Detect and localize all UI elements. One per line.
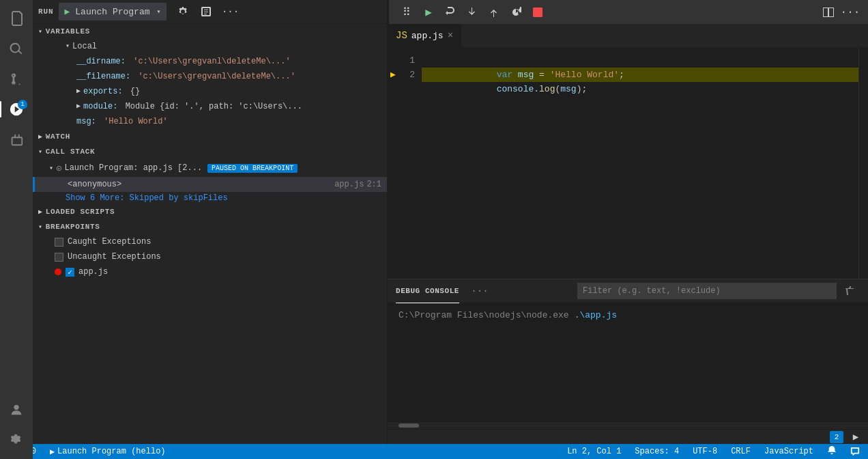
tab-js-icon: JS [396,30,407,41]
breakpoints-chevron: ▾ [38,223,43,231]
chevron-down-icon: ▾ [157,8,161,16]
vertical-scrollbar[interactable] [858,48,868,279]
bp-appjs[interactable]: ✓ app.js [33,264,387,279]
status-feedback[interactable] [848,447,863,456]
watch-header[interactable]: ▶ WATCH [33,129,387,144]
var-exports[interactable]: ▶ exports: {} [33,84,387,99]
session-chevron: ▾ [49,164,53,172]
svg-rect-1 [533,8,542,17]
status-cursor[interactable]: Ln 2, Col 1 [564,447,624,456]
watch-section: ▶ WATCH [33,129,387,144]
source-control-icon[interactable] [3,66,30,93]
status-notifications[interactable] [824,445,839,458]
line-number-1: 1 [388,53,422,68]
open-launch-button[interactable] [197,2,216,21]
editor-container: JS app.js × 1 ▶ 2 v [388,0,868,444]
var-filename[interactable]: __filename: 'c:\Users\gregvanl\deleteMe\… [33,69,387,84]
step-into-button[interactable] [463,3,482,22]
loaded-scripts-header[interactable]: ▶ LOADED SCRIPTS [33,204,387,219]
callstack-frame-anonymous[interactable]: <anonymous> app.js 2:1 [33,177,387,192]
console-scroll-thumb[interactable] [399,423,419,428]
sidebar: RUN ▶ Launch Program ▾ ··· ▾ VARIAB [33,0,388,444]
console-scrollbar[interactable] [388,422,868,429]
console-filter-input[interactable] [577,283,837,299]
var-module[interactable]: ▶ module: Module {id: '.', path: 'c:\Use… [33,99,387,114]
launch-icon: ▶ [50,447,55,457]
search-icon[interactable] [3,36,30,63]
exports-chevron: ▶ [76,85,81,98]
tab-close-button[interactable]: × [448,30,453,41]
status-language[interactable]: JavaScript [762,447,816,456]
settings-gear-button[interactable] [172,2,191,21]
bottom-actions [577,281,860,301]
clear-console-button[interactable] [841,281,860,301]
console-path: C:\Program Files\nodejs\node.exe [399,309,569,322]
play-icon: ▶ [64,6,70,17]
frame-location: 2:1 [366,180,381,189]
callstack-session[interactable]: ▾ ⊙ Launch Program: app.js [2... PAUSED … [33,159,387,177]
status-encoding[interactable]: UTF-8 [690,447,720,456]
run-header: RUN ▶ Launch Program ▾ ··· [33,0,387,24]
bp-uncaught-exceptions[interactable]: Uncaught Exceptions [33,249,387,264]
bp-caught-exceptions[interactable]: Caught Exceptions [33,234,387,249]
module-chevron: ▶ [76,100,81,113]
local-label: Local [72,40,97,53]
code-lines[interactable]: var msg = 'Hello World'; console.log(msg… [422,48,858,279]
variables-header[interactable]: ▾ VARIABLES [33,24,387,39]
status-eol[interactable]: CRLF [728,447,753,456]
notifications-icon [827,445,837,458]
breakpoints-header[interactable]: ▾ BREAKPOINTS [33,219,387,234]
account-icon[interactable] [3,396,30,423]
console-line-1: C:\Program Files\nodejs\node.exe .\app.j… [399,309,857,322]
toolbar-drag: ⠿ [397,3,416,22]
var-dirname[interactable]: __dirname: 'c:\Users\gregvanl\deleteMe\.… [33,54,387,69]
split-editor-button[interactable] [819,3,838,22]
variables-chevron: ▾ [38,27,43,36]
loaded-scripts-chevron: ▶ [38,208,43,216]
watch-label: WATCH [46,133,70,141]
bp-caught-checkbox[interactable] [55,238,63,247]
var-msg[interactable]: msg: 'Hello World' [33,114,387,129]
bottom-forward-button[interactable]: ▶ [849,430,863,444]
run-debug-icon[interactable]: 1 [3,96,30,123]
code-editor: 1 ▶ 2 var msg = 'Hello World'; console.l… [388,48,868,279]
callstack-chevron: ▾ [38,148,43,156]
console-more-button[interactable]: ··· [470,281,489,301]
session-icon: ⊙ [56,163,61,174]
console-content: C:\Program Files\nodejs\node.exe .\app.j… [388,303,868,422]
more-actions-button[interactable]: ··· [841,3,860,22]
settings-icon[interactable] [3,426,30,454]
bp-appjs-checkbox[interactable]: ✓ [66,268,74,277]
more-button[interactable]: ··· [221,2,240,21]
step-out-button[interactable] [484,3,504,22]
console-link[interactable]: .\app.js [575,309,617,322]
callstack-header[interactable]: ▾ CALL STACK [33,144,387,159]
debug-arrow-icon: ▶ [390,68,396,82]
session-label: Launch Program: app.js [2... [64,163,202,173]
status-right: Ln 2, Col 1 Spaces: 4 UTF-8 CRLF JavaScr… [564,445,863,458]
paused-badge: PAUSED ON BREAKPOINT [207,164,298,173]
restart-button[interactable] [506,3,525,22]
local-header[interactable]: ▾ Local [33,39,387,54]
watch-chevron: ▶ [38,133,43,141]
launch-config-dropdown[interactable]: ▶ Launch Program ▾ [59,3,166,20]
status-spaces[interactable]: Spaces: 4 [632,447,682,456]
bottom-tabs: DEBUG CONSOLE ··· [388,279,868,303]
variables-section: ▾ VARIABLES ▾ Local __dirname: 'c:\Users… [33,24,387,129]
debug-console-tab[interactable]: DEBUG CONSOLE [396,279,459,303]
frame-name: <anonymous> [68,180,334,189]
status-launch[interactable]: ▶ Launch Program (hello) [47,447,169,457]
activity-bar: 1 [0,0,33,459]
tab-appjs[interactable]: JS app.js × [388,24,462,48]
editor-bottom-bar: 2 ▶ [388,429,868,444]
continue-button[interactable]: ▶ [419,3,438,22]
show-more-link[interactable]: Show 6 More: Skipped by skipFiles [33,192,387,204]
files-icon[interactable] [3,5,30,33]
local-chevron: ▾ [66,40,70,53]
extensions-icon[interactable] [3,126,30,153]
bp-uncaught-checkbox[interactable] [55,253,63,262]
bp-uncaught-label: Uncaught Exceptions [68,252,161,262]
stop-button[interactable] [528,3,547,22]
step-over-button[interactable] [441,3,460,22]
frame-file: app.js [334,180,364,189]
